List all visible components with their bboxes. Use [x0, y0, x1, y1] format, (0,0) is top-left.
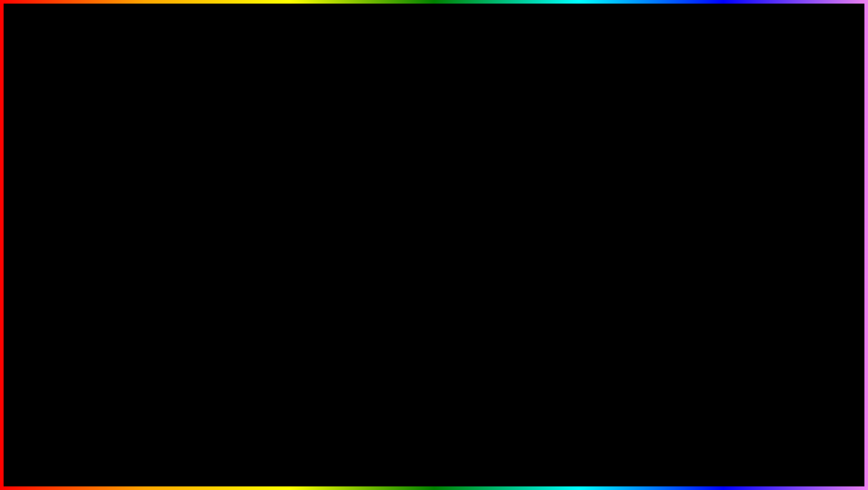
vg-right-panel: UI Settings AutoFarm Wait Time 0.1 Enabl… [729, 153, 808, 294]
event-bosses-label: Event Bosses [646, 173, 676, 178]
pm-menu-icon[interactable]: ⋮ [318, 168, 324, 175]
vg-autofarm-logs[interactable]: AutoFarm Logs [639, 163, 725, 171]
upgrade-chakra-label: Auto Upgrade Chakra [639, 270, 687, 275]
autocollect-toggle[interactable] [81, 196, 94, 202]
auto-farm-text: AUTO FARM [29, 420, 343, 476]
autofarm-mobs-label: AutoFarm Mobs [646, 181, 681, 186]
pm-main: Autofarm Auto Quest (Not for NPC Farming… [203, 188, 341, 295]
vg-hub-header: V.G Hub [635, 123, 808, 135]
lite-nav-edit[interactable]: ✎ [91, 141, 101, 151]
server-hop-label: Seconds Until ServerHop [733, 206, 789, 211]
vg-hub-window: V.G Hub Anti Grip/Godmode AutoFarm Logs … [634, 121, 810, 296]
lite-dropdown-icon[interactable]: ▼ [283, 128, 289, 134]
pm-auto-attack[interactable]: Auto Attack [210, 258, 334, 275]
lite-hub-title: Lite [94, 127, 106, 134]
infinite-jump-label: Infinite Jump [733, 220, 761, 226]
vg-h-fly[interactable]: H Fly [733, 259, 805, 267]
vg-player-esp[interactable]: PLayer Esp [639, 285, 725, 293]
vg-body: Anti Grip/Godmode AutoFarm Logs Event Bo… [635, 153, 808, 294]
vg-copy-vip[interactable]: Copy Vip Server Codes [639, 204, 725, 212]
lite-hub-version: v.1.0.0 [109, 128, 124, 134]
pm-auto-quest[interactable]: Auto Quest (Not for NPC Farming) [210, 210, 334, 226]
autoserverhop-label: AutoServerHop [733, 269, 767, 274]
vg-n-noclip[interactable]: N Noclip [733, 243, 805, 251]
autorank-label: AutoRank [639, 213, 661, 218]
pm-sidebar-misc[interactable]: Misc [145, 208, 203, 223]
upgrade-taijutsu-label: Auto Upgrade Taijutsu [639, 262, 688, 267]
vg-g-noclip[interactable]: G Noclip [733, 251, 805, 259]
vg-upgrade-ninjutsu[interactable]: Auto Upgrade Ninjutsu [639, 252, 725, 260]
pm-search-icon[interactable]: 🔍 [328, 168, 336, 175]
jumppower-label: JumpPower [733, 197, 759, 202]
pm-subtitle: Shindo Life [145, 179, 341, 188]
upgrade-health-label: Auto Upgrade Health [639, 245, 685, 251]
vg-infinite-jump[interactable]: Infinite Jump [733, 219, 805, 227]
lock-camera-toggle[interactable] [81, 189, 94, 195]
vg-left-panel: Anti Grip/Godmode AutoFarm Logs Event Bo… [635, 153, 729, 294]
vg-be-wired[interactable]: Be Wired [733, 235, 805, 243]
search-placeholder-text: Search _ [131, 128, 153, 134]
fps-cap-hint: Only numbers [755, 179, 785, 185]
vg-enable-walkspeed[interactable]: Enable WalkSpeed/JumpPower [733, 169, 805, 178]
autofarm-logs-label: AutoFarm Logs [639, 165, 673, 170]
vg-search-bar[interactable] [643, 140, 710, 149]
autofarm-boss-checkbox[interactable] [639, 197, 644, 202]
pm-sidebar-credits[interactable]: Credits [145, 239, 203, 255]
title-life: LIFE [518, 9, 711, 102]
vg-autofarm-dungeon[interactable]: AutoFarm Dungeon [639, 187, 725, 196]
vg-scrollfarm[interactable]: ScrollFarm [639, 236, 725, 244]
pm-sidebar-autofarm[interactable]: Autofarm [145, 192, 203, 208]
vg-autorank[interactable]: AutoRank [639, 212, 725, 220]
autofarm-bosses-label: AutoFarm Bosses [81, 168, 135, 174]
copy-vip-label[interactable]: Copy Vip Server Codes [639, 205, 691, 210]
pm-autofarm-title: Autofarm [210, 193, 334, 210]
enable-walkspeed-label: Enable WalkSpeed/JumpPower [733, 171, 802, 176]
enable-esp-label: Enable Esp [639, 278, 664, 283]
vg-search-area [635, 135, 808, 153]
vg-fps-cap: Fps Cap Only numbers [733, 178, 805, 187]
anti-grip-label: Anti Grip/Godmode [646, 156, 689, 162]
autofarm-mobs-checkbox[interactable] [639, 181, 644, 186]
vg-enable-esp[interactable]: Enable Esp [639, 276, 725, 285]
player-esp-label: PLayer Esp [639, 286, 665, 291]
vg-server-hop-seconds: Seconds Until ServerHop Only numbers [733, 205, 805, 219]
vg-autowar[interactable]: AutoWar [639, 228, 725, 236]
pm-kill-aura[interactable]: Kill Aura (Only for NPC) [210, 226, 334, 242]
pm-title: Project Meow [150, 167, 297, 175]
autofarm-wait-label: AutoFarm Wait Time [733, 165, 774, 169]
vg-autoserverhop[interactable]: AutoServerHop [733, 267, 805, 276]
vg-upgrade-taijutsu[interactable]: Auto Upgrade Taijutsu [639, 260, 725, 268]
lite-nav: ⌂ ✎ [76, 139, 293, 153]
upgrade-ninjutsu-label: Auto Upgrade Ninjutsu [639, 254, 689, 259]
vg-anti-grip: Anti Grip/Godmode [639, 155, 725, 163]
event-bosses-checkbox[interactable] [639, 173, 644, 178]
vg-walkspeed: WalkSpeed Only numbers [733, 187, 805, 196]
pm-god-mode[interactable]: God Mode [210, 275, 334, 290]
be-wired-label: Be Wired [733, 236, 753, 242]
vg-upgrade-health[interactable]: Auto Upgrade Health [639, 244, 725, 252]
anti-grip-checkbox[interactable] [639, 157, 644, 161]
server-hop-hint: Only numbers [735, 211, 765, 218]
vg-jinfarm[interactable]: jinfarm [639, 220, 725, 228]
jinfarm-label: jinfarm [639, 221, 654, 227]
pm-header: Project Meow — 💬 ⋮ 🔍 [145, 164, 341, 179]
vg-anti-lae[interactable]: Anti Lae [733, 276, 805, 285]
vg-invisicam[interactable]: Invisicam [733, 227, 805, 235]
pm-sidebar-points[interactable]: Points [145, 223, 203, 239]
pm-minimize-icon[interactable]: — [297, 168, 303, 175]
lite-nav-home[interactable]: ⌂ [79, 141, 89, 151]
invisicam-label: Invisicam [733, 228, 754, 234]
autofarm-label: AutoFarm [81, 158, 135, 165]
vg-upgrade-chakra[interactable]: Auto Upgrade Chakra [639, 268, 725, 276]
vg-hub-title: V.G Hub [640, 125, 662, 132]
pm-auto-rank[interactable]: Auto Rank [210, 242, 334, 258]
vg-jumppower: JumpPower Only numbers [733, 196, 805, 205]
lite-hub-search[interactable]: Search _ 🔍 [127, 125, 280, 136]
autofarm-wait-value: 0.1 [776, 165, 782, 169]
autofarm-dungeon-label: AutoFarm Dungeon [639, 189, 682, 194]
pm-chat-icon[interactable]: 💬 [307, 168, 314, 175]
h-fly-label: H Fly [733, 261, 745, 266]
scrollfarm-label: ScrollFarm [639, 237, 663, 243]
lite-grid-autocollect: AutoCollect Scroll [81, 196, 148, 202]
g-noclip-label: G Noclip [733, 253, 752, 258]
